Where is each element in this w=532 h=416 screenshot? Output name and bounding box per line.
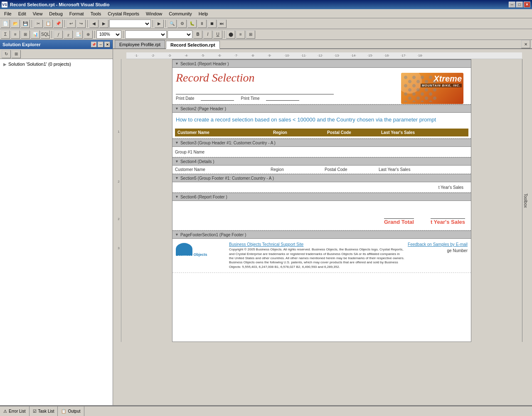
target-dropdown[interactable]	[109, 20, 151, 28]
biz-logo-container: Business Objects	[176, 242, 226, 257]
se-close[interactable]: ✕	[104, 42, 110, 47]
browse-button[interactable]: 📑	[74, 30, 83, 39]
grand-total-row: Grand Total t Year's Sales	[176, 217, 468, 227]
stop-button[interactable]: ⏹	[207, 20, 217, 28]
settings-button[interactable]: ⚙	[177, 20, 187, 28]
break-button[interactable]: ⏸	[197, 20, 207, 28]
debug-button[interactable]: 🐛	[187, 20, 197, 28]
toolbox-placeholder	[522, 52, 529, 59]
size-dropdown[interactable]	[167, 30, 192, 39]
section1-label: Section1 (Report Header )	[180, 62, 229, 66]
report-canvas[interactable]: ·1· ·2· ·3· ·4· ·5· ·6· ·7· ·8· ·9· ·10·…	[113, 49, 532, 405]
menu-edit[interactable]: Edit	[15, 10, 30, 17]
footer-link-1[interactable]: Business Objects Technical Support Site	[229, 242, 404, 247]
sep7	[94, 31, 95, 38]
menu-format[interactable]: Format	[66, 10, 87, 17]
group-name-label: Group #1 Name	[175, 150, 204, 154]
open-button[interactable]: 📂	[11, 20, 20, 28]
logo-xtreme: Xtreme	[421, 74, 462, 83]
tab-controls[interactable]: ✕	[521, 40, 532, 48]
cut-button[interactable]: ✂	[34, 20, 43, 28]
ruler-mark-12: ·12·	[318, 54, 323, 57]
s6-arrow: ▼	[175, 195, 179, 199]
underline-button[interactable]: U	[213, 30, 222, 39]
xtreme-logo: Xtreme MOUNTAIN BIKE, INC.	[401, 73, 463, 104]
align-left[interactable]: ⬤	[226, 30, 235, 39]
grid-button[interactable]: ⊞	[21, 30, 30, 39]
col-header-3: Last Year's Sales	[381, 130, 435, 135]
step-button[interactable]: ⏭	[217, 20, 227, 28]
italic-button[interactable]: I	[203, 30, 212, 39]
task-list-tab[interactable]: ☑ Task List	[30, 406, 58, 416]
redo-button[interactable]: ↪	[76, 20, 86, 28]
output-tab[interactable]: 📋 Output	[58, 406, 84, 416]
select-button[interactable]: ⊕	[84, 30, 93, 39]
biz-logo-area: Business Objects	[176, 242, 226, 257]
group-subtotal-area: t Year's Sales	[175, 185, 468, 190]
menu-community[interactable]: Community	[165, 10, 195, 17]
detail-customer: Customer Name	[175, 167, 271, 172]
tab-record-selection[interactable]: Record Selection.rpt	[166, 41, 220, 49]
menu-help[interactable]: Help	[195, 10, 212, 17]
tab-close-button[interactable]: ✕	[521, 40, 530, 48]
chart-button[interactable]: 📊	[31, 30, 40, 39]
ruler-mark-16: ·16·	[384, 54, 389, 57]
se-minimize[interactable]: ─	[98, 42, 103, 47]
new-button[interactable]: 📄	[1, 20, 10, 28]
sum-button[interactable]: Σ	[1, 30, 10, 39]
footer-right: Feedback on Samples by E-mail ge Number	[408, 242, 468, 253]
bold-button[interactable]: B	[193, 30, 202, 39]
menu-view[interactable]: View	[30, 10, 46, 17]
s5-arrow: ▼	[175, 176, 179, 180]
se-solution-item[interactable]: ▶ Solution 'Solution1' (0 projects)	[2, 61, 111, 67]
footer-link-2[interactable]: Feedback on Samples by E-mail	[408, 242, 468, 247]
se-controls[interactable]: 📌 ─ ✕	[91, 42, 110, 47]
run-button[interactable]: ▶	[155, 20, 164, 28]
sep2	[64, 20, 65, 27]
paste-button[interactable]: 📌	[54, 20, 63, 28]
font-dropdown[interactable]	[125, 30, 167, 39]
menu-file[interactable]: File	[1, 10, 15, 17]
ln-3: 3	[116, 246, 121, 250]
title-underline	[176, 86, 334, 94]
solution-label: Solution 'Solution1' (0 projects)	[8, 62, 71, 67]
toolbox[interactable]: Toolbox	[522, 59, 529, 342]
forward-button[interactable]: ▶	[99, 20, 108, 28]
report-footer-space	[176, 204, 468, 217]
maximize-button[interactable]: □	[516, 2, 523, 7]
menu-crystal[interactable]: Crystal Reports	[104, 10, 143, 17]
menu-tools[interactable]: Tools	[87, 10, 105, 17]
group-subtotal: t Year's Sales	[438, 185, 466, 190]
copy-button[interactable]: 📋	[44, 20, 53, 28]
menu-bar: File Edit View Debug Format Tools Crysta…	[0, 9, 532, 18]
error-list-tab[interactable]: ⚠ Error List	[0, 406, 30, 416]
align-right[interactable]: ⊞	[246, 30, 255, 39]
close-button[interactable]: ✕	[524, 2, 530, 7]
se-refresh[interactable]: ↻	[2, 50, 11, 58]
bottom-panel-tabs: ⚠ Error List ☑ Task List 📋 Output	[0, 406, 84, 416]
error-list-icon: ⚠	[3, 409, 7, 414]
menu-debug[interactable]: Debug	[46, 10, 66, 17]
ruler-mark-6: ·6·	[218, 54, 222, 57]
page-footer-grid: Business Objects Business Objects Techni…	[176, 242, 468, 269]
zoom-dropdown[interactable]: 100%	[96, 30, 121, 39]
section6-label: Section6 (Report Footer )	[180, 195, 227, 199]
ruler-mark-8: ·8·	[251, 54, 255, 57]
align-center[interactable]: ≡	[236, 30, 245, 39]
sql-button[interactable]: SQL	[41, 30, 50, 39]
back-button[interactable]: ◀	[89, 20, 99, 28]
se-properties[interactable]: ⊞	[12, 50, 21, 58]
undo-button[interactable]: ↩	[66, 20, 76, 28]
print-time-value	[266, 96, 299, 101]
se-pin[interactable]: 📌	[91, 42, 97, 47]
save-button[interactable]: 💾	[21, 20, 30, 28]
title-controls[interactable]: ─ □ ✕	[509, 2, 530, 7]
field-button[interactable]: 𝑓	[54, 30, 63, 39]
menu-window[interactable]: Window	[143, 10, 165, 17]
section5-header: ▼ Section5 (Group Footer #1: Customer.Co…	[172, 174, 471, 182]
minimize-button[interactable]: ─	[509, 2, 515, 7]
tab-employee-profile[interactable]: Employee Profile.rpt	[115, 40, 165, 48]
list-button[interactable]: ≡	[11, 30, 20, 39]
field2-button[interactable]: 𝑔	[64, 30, 73, 39]
search-button[interactable]: 🔍	[167, 20, 177, 28]
